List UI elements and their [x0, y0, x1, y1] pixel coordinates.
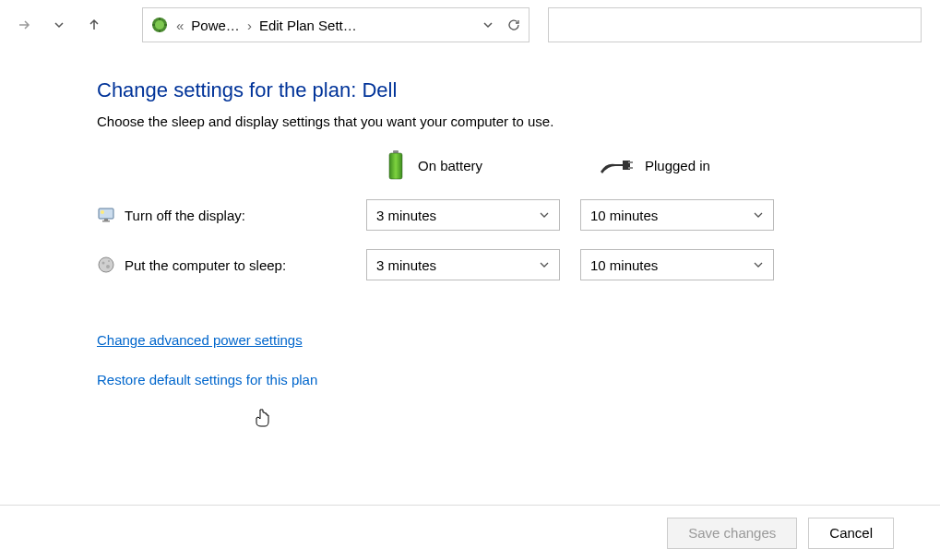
cursor-pointer-icon: [254, 408, 272, 430]
chevron-right-icon: ›: [247, 18, 252, 33]
chevron-down-icon: [753, 209, 764, 220]
monitor-icon: [97, 206, 115, 224]
chevron-down-icon: [539, 209, 550, 220]
select-display-battery[interactable]: 3 minutes: [366, 199, 560, 231]
save-button[interactable]: Save changes: [667, 518, 797, 549]
column-label: Plugged in: [645, 158, 710, 173]
battery-icon: [385, 149, 407, 181]
chevron-down-icon: [539, 259, 550, 270]
breadcrumb: « Powe… › Edit Plan Sett…: [176, 18, 475, 33]
select-display-plugged[interactable]: 10 minutes: [580, 199, 774, 231]
svg-rect-6: [99, 209, 113, 219]
chevron-down-icon[interactable]: [482, 19, 494, 30]
svg-point-1: [155, 20, 164, 30]
select-sleep-battery[interactable]: 3 minutes: [366, 249, 560, 280]
svg-point-9: [101, 210, 104, 214]
footer: Save changes Cancel: [0, 505, 940, 560]
select-value: 3 minutes: [376, 208, 436, 223]
up-button[interactable]: [79, 10, 109, 40]
column-header-battery: On battery: [366, 149, 569, 181]
breadcrumb-parent[interactable]: Powe…: [191, 18, 240, 33]
chevron-down-icon: [753, 259, 764, 270]
select-value: 10 minutes: [590, 257, 658, 273]
svg-point-12: [106, 265, 110, 268]
page-subtitle: Choose the sleep and display settings th…: [97, 113, 940, 129]
column-label: On battery: [418, 158, 482, 173]
moon-icon: [97, 256, 115, 274]
select-value: 3 minutes: [376, 257, 436, 273]
search-input[interactable]: [548, 7, 922, 42]
forward-button[interactable]: [9, 10, 39, 40]
svg-rect-7: [104, 219, 108, 220]
links-block: Change advanced power settings Restore d…: [97, 332, 940, 387]
address-bar[interactable]: « Powe… › Edit Plan Sett…: [142, 7, 529, 42]
select-value: 10 minutes: [590, 208, 658, 223]
recent-locations-button[interactable]: [44, 10, 74, 40]
link-restore-defaults[interactable]: Restore default settings for this plan: [97, 372, 317, 387]
arrow-right-icon: [17, 18, 31, 32]
svg-rect-4: [628, 161, 633, 163]
plug-icon: [599, 155, 634, 175]
breadcrumb-current[interactable]: Edit Plan Sett…: [259, 18, 357, 33]
select-sleep-plugged[interactable]: 10 minutes: [580, 249, 774, 280]
svg-rect-8: [102, 220, 110, 222]
refresh-icon[interactable]: [506, 18, 521, 32]
arrow-up-icon: [87, 18, 101, 32]
page-title: Change settings for the plan: Dell: [97, 78, 940, 102]
link-advanced-settings[interactable]: Change advanced power settings: [97, 332, 303, 348]
main-content: Change settings for the plan: Dell Choos…: [0, 51, 940, 387]
settings-grid: On battery Plugged in Turn off the displ…: [97, 149, 940, 280]
cancel-button[interactable]: Cancel: [808, 518, 894, 549]
row-label-text: Turn off the display:: [125, 208, 245, 223]
svg-point-10: [99, 257, 113, 272]
column-header-plugged: Plugged in: [580, 155, 783, 175]
breadcrumb-prefix: «: [176, 18, 184, 33]
chevron-down-icon: [54, 19, 65, 30]
svg-point-13: [108, 260, 110, 262]
svg-rect-2: [393, 150, 399, 153]
svg-point-11: [102, 262, 105, 265]
svg-rect-5: [628, 167, 633, 169]
control-panel-icon: [150, 16, 169, 34]
svg-rect-3: [389, 153, 402, 179]
row-label-text: Put the computer to sleep:: [125, 257, 286, 273]
toolbar: « Powe… › Edit Plan Sett…: [0, 0, 940, 51]
row-label-sleep: Put the computer to sleep:: [97, 256, 355, 274]
row-label-display: Turn off the display:: [97, 206, 355, 224]
